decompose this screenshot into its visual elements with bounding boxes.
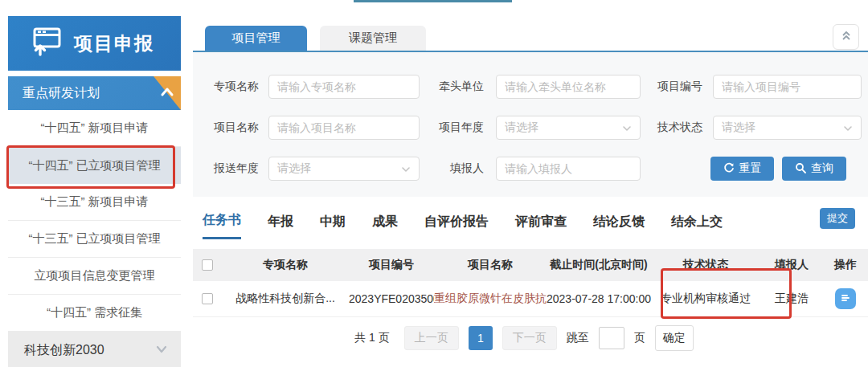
sidebar-section-sci-tech-innovation-2030[interactable]: 科技创新2030 xyxy=(8,332,181,367)
search-filter-panel: 专项名称 牵头单位 项目编号 项目名称 项目年度 请选择 技术状态 请选择 xyxy=(193,52,868,197)
jump-page-input[interactable] xyxy=(599,327,624,349)
row-actions-button[interactable] xyxy=(835,288,856,309)
prev-page-button[interactable]: 上一页 xyxy=(404,326,459,350)
query-button[interactable]: 查询 xyxy=(782,157,846,181)
sidebar-item-13th5yr-new-application[interactable]: “十三五” 新项目申请 xyxy=(8,184,181,221)
table-header-row: 专项名称 项目编号 项目名称 截止时间(北京时间) 技术状态 填报人 操作 xyxy=(193,249,868,281)
col-actions: 操作 xyxy=(823,258,868,272)
sidebar-section-key-rnd-plan[interactable]: 重点研发计划 xyxy=(8,76,181,110)
col-tech-status: 技术状态 xyxy=(651,258,760,272)
projects-table: 专项名称 项目编号 项目名称 截止时间(北京时间) 技术状态 填报人 操作 战略… xyxy=(193,249,868,317)
sidebar-item-14th5yr-new-application[interactable]: “十四五” 新项目申请 xyxy=(8,110,181,147)
sidebar-item-14th5yr-approved-project-mgmt[interactable]: “十四五” 已立项项目管理 xyxy=(8,147,181,184)
page-unit-label: 页 xyxy=(634,331,645,345)
chevron-down-icon xyxy=(843,120,853,135)
project-year-label: 项目年度 xyxy=(428,120,484,135)
collapse-panel-button[interactable] xyxy=(833,24,859,50)
cell-project-name-link[interactable]: 重组胶原微针在皮肤抗感... xyxy=(434,292,547,306)
pagination: 共 1 页 上一页 1 下一页 跳至 页 确定 xyxy=(186,324,862,353)
reporter-label: 填报人 xyxy=(428,161,484,176)
sidebar-item-13th5yr-approved-project-mgmt[interactable]: “十三五” 已立项项目管理 xyxy=(8,221,181,258)
project-declare-logo-icon xyxy=(29,27,63,60)
subtab-pre-review[interactable]: 评前审查 xyxy=(515,204,567,239)
total-pages-label: 共 1 页 xyxy=(354,331,390,345)
submit-button[interactable]: 提交 xyxy=(820,208,855,229)
lead-unit-label: 牵头单位 xyxy=(428,80,484,94)
project-code-input[interactable] xyxy=(713,75,862,99)
special-name-input[interactable] xyxy=(268,75,420,99)
sidebar-bottom-label: 科技创新2030 xyxy=(24,342,155,359)
chevron-down-icon xyxy=(622,120,632,135)
document-list-icon xyxy=(840,292,851,306)
subtab-conclusion-feedback[interactable]: 结论反馈 xyxy=(593,204,645,239)
tech-status-select[interactable]: 请选择 xyxy=(713,116,862,140)
project-name-input[interactable] xyxy=(268,116,420,140)
sidebar-item-14th5yr-demand-collection[interactable]: “十四五” 需求征集 xyxy=(8,295,181,332)
cell-reporter: 王建浩 xyxy=(760,292,823,306)
row-checkbox[interactable] xyxy=(202,293,213,304)
app-logo: 项目申报 xyxy=(8,16,181,71)
report-year-select[interactable]: 请选择 xyxy=(268,157,420,181)
subtab-annual-report[interactable]: 年报 xyxy=(268,204,293,239)
double-chevron-up-icon xyxy=(840,29,853,45)
next-page-button[interactable]: 下一页 xyxy=(502,326,557,350)
cell-tech-status: 专业机构审核通过 xyxy=(651,292,760,306)
app-title: 项目申报 xyxy=(74,31,154,56)
cell-special-name: 战略性科技创新合... xyxy=(222,292,349,306)
reset-icon xyxy=(723,162,735,176)
sidebar-item-project-info-change-mgmt[interactable]: 立项项目信息变更管理 xyxy=(8,258,181,295)
chevron-up-icon xyxy=(160,86,174,100)
col-deadline: 截止时间(北京时间) xyxy=(547,258,651,272)
subtab-task-book[interactable]: 任务书 xyxy=(203,204,241,239)
cell-deadline: 2023-07-28 17:00:00 xyxy=(547,292,651,305)
cell-project-code: 2023YFE0203500 xyxy=(349,292,434,305)
col-special-name: 专项名称 xyxy=(222,258,349,272)
select-all-checkbox[interactable] xyxy=(202,259,213,271)
special-name-label: 专项名称 xyxy=(203,80,259,94)
confirm-jump-button[interactable]: 确定 xyxy=(655,325,694,351)
tech-status-label: 技术状态 xyxy=(646,120,702,135)
col-project-name: 项目名称 xyxy=(434,258,547,272)
reset-button[interactable]: 重置 xyxy=(710,157,774,181)
lead-unit-input[interactable] xyxy=(496,75,641,99)
jump-to-label: 跳至 xyxy=(567,331,589,345)
subtab-surplus-submission[interactable]: 结余上交 xyxy=(671,204,723,239)
subtab-self-evaluation-report[interactable]: 自评价报告 xyxy=(424,204,489,239)
sidebar-section-label: 重点研发计划 xyxy=(23,85,170,102)
project-year-select[interactable]: 请选择 xyxy=(496,116,641,140)
main-tabbar: 项目管理 课题管理 xyxy=(193,26,868,51)
subtab-midterm[interactable]: 中期 xyxy=(320,204,346,239)
tab-subject-management[interactable]: 课题管理 xyxy=(320,26,426,51)
tab-project-management[interactable]: 项目管理 xyxy=(205,26,307,51)
col-project-code: 项目编号 xyxy=(349,258,434,272)
sidebar: 项目申报 重点研发计划 “十四五” 新项目申请 “十四五” 已立项项目管理 “十… xyxy=(8,16,181,367)
table-row: 战略性科技创新合... 2023YFE0203500 重组胶原微针在皮肤抗感..… xyxy=(193,281,868,317)
subtab-results[interactable]: 成果 xyxy=(372,204,398,239)
chevron-down-icon xyxy=(401,161,411,176)
current-page-button[interactable]: 1 xyxy=(469,326,493,350)
chevron-down-icon xyxy=(155,343,168,357)
project-name-label: 项目名称 xyxy=(203,120,259,135)
project-code-label: 项目编号 xyxy=(646,80,702,94)
report-year-label: 报送年度 xyxy=(203,161,259,176)
col-reporter: 填报人 xyxy=(760,258,823,272)
report-type-tabbar: 任务书 年报 中期 成果 自评价报告 评前审查 结论反馈 结余上交 提交 xyxy=(193,202,868,241)
search-icon xyxy=(795,162,806,176)
main-content: 项目管理 课题管理 专项名称 牵头单位 项目编号 项目名称 项目年度 xyxy=(193,0,868,367)
reporter-input[interactable] xyxy=(496,157,641,181)
